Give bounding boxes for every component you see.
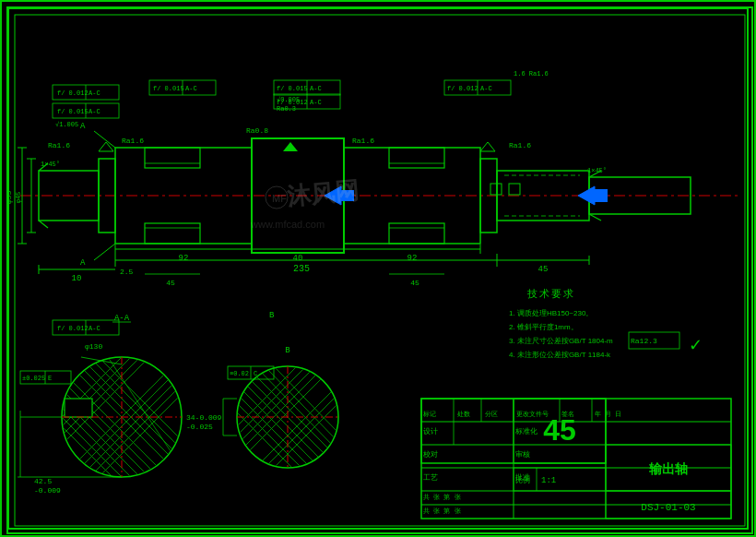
svg-text:2.5: 2.5 [120,268,134,276]
svg-text:φ130: φ130 [85,342,102,351]
svg-text:校对: 校对 [422,450,438,459]
svg-text:45: 45 [538,265,549,274]
svg-text:Ra1.6: Ra1.6 [48,141,70,149]
svg-text:A-C: A-C [310,99,322,106]
svg-text:A-C: A-C [185,85,197,92]
svg-text:φ55: φ55 [5,191,13,205]
svg-marker-27 [578,186,595,205]
svg-text:1×45°: 1×45° [41,161,60,168]
svg-text:92: 92 [179,254,189,263]
svg-text:45: 45 [410,279,419,287]
svg-text:2. 锥斜平行度1mm。: 2. 锥斜平行度1mm。 [509,323,578,331]
drawing-container: 235 92 40 92 10 2.5 45 45 45 φ [0,0,756,537]
svg-text:标记: 标记 [422,411,436,418]
svg-text:235: 235 [293,264,310,274]
svg-rect-132 [65,399,92,417]
svg-rect-19 [389,148,444,168]
svg-text:1:1: 1:1 [541,476,556,485]
svg-text:技术要求: 技术要求 [526,288,575,299]
svg-rect-16 [145,223,200,244]
svg-text:4. 未注形位公差按GB/T 1184-k: 4. 未注形位公差按GB/T 1184-k [509,351,611,359]
svg-text:√1.005: √1.005 [55,121,78,128]
svg-text:f/ 0.015: f/ 0.015 [153,85,184,92]
svg-text:处数: 处数 [457,411,470,418]
svg-text:f/ 0.012: f/ 0.012 [447,85,478,92]
svg-text:≡0.02: ≡0.02 [230,370,249,377]
svg-text:f/ 0.012: f/ 0.012 [57,325,89,332]
svg-line-14 [589,214,601,221]
svg-text:40: 40 [293,254,303,263]
svg-line-152 [274,366,338,433]
svg-text:标准化: 标准化 [514,427,537,436]
svg-text:3. 未注尺寸公差按GB/T 1804-m: 3. 未注尺寸公差按GB/T 1804-m [509,337,613,345]
svg-text:-0.009: -0.009 [34,486,61,495]
svg-rect-20 [389,223,444,244]
svg-text:Ra1.6: Ra1.6 [122,137,144,145]
svg-text:42.5: 42.5 [34,477,52,485]
svg-text:1. 调质处理HB150~230。: 1. 调质处理HB150~230。 [509,309,593,317]
svg-text:A-C: A-C [89,108,100,115]
svg-line-155 [237,394,325,482]
svg-text:DSJ-01-03: DSJ-01-03 [641,502,695,513]
svg-text:Ra1.6: Ra1.6 [509,141,531,149]
svg-text:审核: 审核 [515,450,530,459]
svg-text:10: 10 [72,274,82,283]
svg-text:-0.025: -0.025 [186,423,213,431]
svg-text:1.6  Ra1.6: 1.6 Ra1.6 [514,70,549,78]
svg-text:Ra0.8: Ra0.8 [246,126,268,135]
svg-text:MF: MF [272,193,287,204]
svg-text:f/ 0.012: f/ 0.012 [57,90,89,97]
svg-text:A: A [80,258,86,268]
svg-marker-82 [99,142,113,151]
svg-marker-84 [480,142,495,151]
svg-text:1×45°: 1×45° [587,167,607,174]
svg-rect-30 [509,184,520,195]
svg-line-118 [53,380,163,491]
svg-text:共   张   第   张: 共 张 第 张 [423,507,461,515]
svg-text:A-C: A-C [89,325,100,332]
svg-line-12 [39,221,48,228]
svg-text:45: 45 [166,279,175,287]
svg-text:A-A: A-A [114,314,130,323]
svg-rect-15 [145,148,200,168]
svg-text:年 月 日: 年 月 日 [595,411,621,418]
svg-marker-83 [283,142,298,151]
svg-text:f/ 0.015: f/ 0.015 [57,108,89,115]
svg-text:工艺: 工艺 [423,473,438,482]
svg-text:沐风网: 沐风网 [286,176,360,210]
svg-text:A-C: A-C [310,85,322,92]
svg-text:A-C: A-C [480,85,492,92]
svg-line-145 [81,357,122,364]
main-drawing-svg: 235 92 40 92 10 2.5 45 45 45 φ [2,2,756,537]
svg-text:f/ 0.012: f/ 0.012 [277,99,308,106]
svg-text:A-C: A-C [89,90,100,97]
svg-text:设计: 设计 [423,427,438,436]
svg-line-129 [53,325,163,436]
svg-text:92: 92 [408,254,418,263]
svg-text:A: A [80,122,86,131]
svg-text:比例: 比例 [515,476,530,484]
svg-text:±0.025: ±0.025 [22,375,45,382]
svg-text:C: C [254,370,257,377]
svg-line-122 [53,417,126,491]
svg-line-178 [94,131,115,148]
svg-text:B: B [269,311,275,320]
svg-text:E: E [48,375,52,382]
svg-rect-29 [490,184,502,195]
svg-line-180 [94,244,115,260]
svg-text:B: B [285,346,290,355]
svg-text:45: 45 [543,413,576,447]
svg-text:f/ 0.015: f/ 0.015 [277,85,308,92]
svg-text:Ra1.6: Ra1.6 [352,137,374,145]
svg-text:共  张  第  张: 共 张 第 张 [423,494,461,501]
svg-rect-28 [595,189,608,202]
svg-text:Ra12.3: Ra12.3 [631,337,657,345]
svg-text:www.mfcad.com: www.mfcad.com [250,219,325,230]
svg-line-121 [53,408,136,491]
svg-text:分区: 分区 [485,411,498,418]
svg-text:34-0.009: 34-0.009 [186,413,222,422]
svg-text:✓: ✓ [689,336,703,354]
svg-text:输出轴: 输出轴 [648,461,688,477]
svg-line-131 [53,325,182,454]
svg-text:φ45: φ45 [15,192,22,204]
